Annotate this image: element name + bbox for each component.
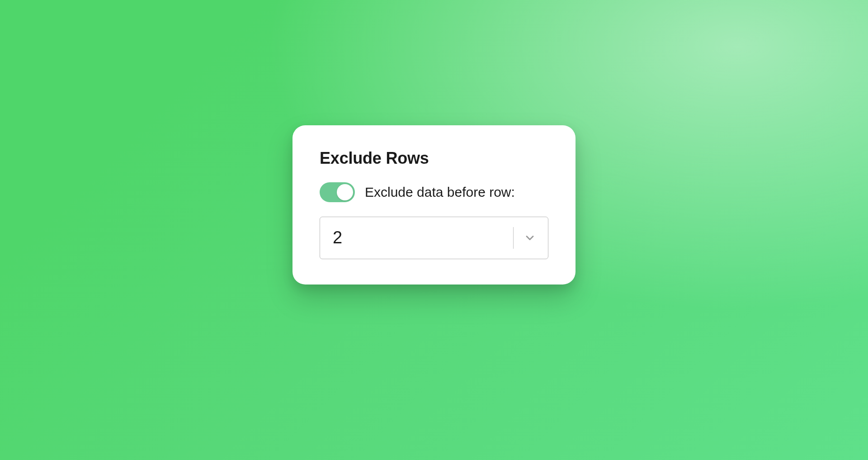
toggle-row: Exclude data before row: <box>320 182 548 202</box>
exclude-rows-card: Exclude Rows Exclude data before row: 2 <box>292 125 576 285</box>
card-title: Exclude Rows <box>320 149 548 168</box>
select-value: 2 <box>333 228 513 247</box>
toggle-label: Exclude data before row: <box>365 185 515 200</box>
toggle-thumb <box>337 184 353 200</box>
exclude-toggle[interactable] <box>320 182 355 202</box>
row-select[interactable]: 2 <box>320 217 548 259</box>
chevron-down-icon <box>523 231 537 245</box>
select-divider <box>513 227 514 249</box>
